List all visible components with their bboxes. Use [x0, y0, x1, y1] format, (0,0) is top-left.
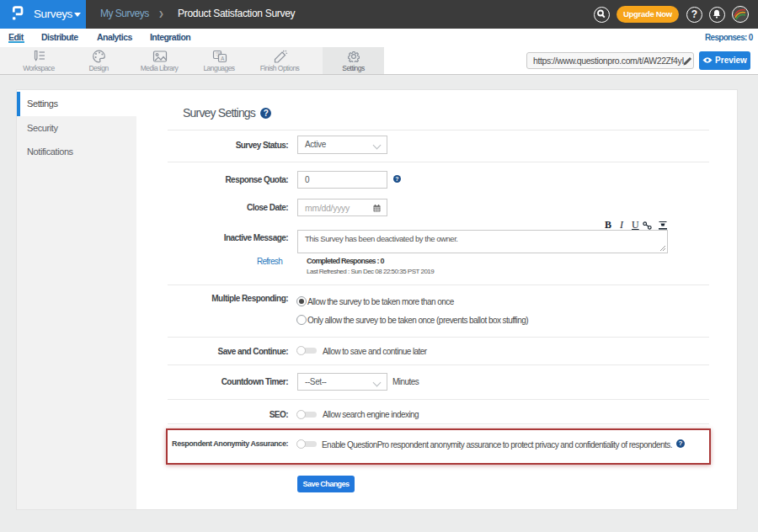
svg-text:A: A: [221, 56, 225, 61]
